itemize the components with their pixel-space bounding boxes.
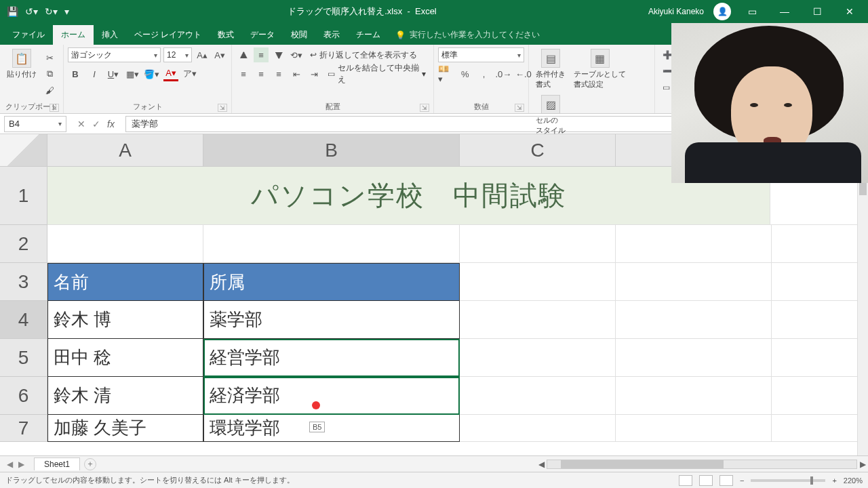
dialog-launcher-icon[interactable]: ⇲ bbox=[50, 104, 59, 112]
scroll-left-icon[interactable]: ◀ bbox=[536, 460, 547, 469]
minimize-icon[interactable]: — bbox=[773, 6, 796, 17]
tab-formulas[interactable]: 数式 bbox=[210, 25, 242, 45]
cell-styles-button[interactable]: ▨セルの スタイル bbox=[533, 94, 568, 137]
select-all-corner[interactable] bbox=[0, 134, 47, 167]
cell[interactable] bbox=[616, 263, 772, 301]
cut-icon[interactable]: ✂ bbox=[42, 50, 57, 65]
redo-icon[interactable]: ↻▾ bbox=[45, 6, 58, 17]
zoom-slider[interactable] bbox=[751, 479, 825, 482]
sheet-nav-next-icon[interactable]: ▶ bbox=[18, 460, 24, 469]
decrease-font-icon[interactable]: A▾ bbox=[212, 47, 227, 62]
row-header-4[interactable]: 4 bbox=[0, 301, 47, 339]
align-bottom-icon[interactable]: ⯆ bbox=[271, 47, 286, 62]
cell[interactable] bbox=[772, 225, 868, 263]
tab-review[interactable]: 校閲 bbox=[283, 25, 315, 45]
qat-customize-icon[interactable]: ▾ bbox=[64, 6, 69, 17]
phonetic-button[interactable]: ア▾ bbox=[182, 66, 197, 81]
conditional-format-button[interactable]: ▤条件付き 書式 bbox=[533, 47, 568, 91]
scroll-right-icon[interactable]: ▶ bbox=[857, 460, 868, 469]
tab-page-layout[interactable]: ページ レイアウト bbox=[126, 25, 210, 45]
cell-a5[interactable]: 田中 稔 bbox=[47, 339, 203, 377]
cancel-formula-icon[interactable]: ✕ bbox=[77, 119, 85, 129]
cell-a6[interactable]: 鈴木 清 bbox=[47, 377, 203, 415]
copy-icon[interactable]: ⧉ bbox=[42, 66, 57, 81]
cell[interactable] bbox=[772, 339, 868, 377]
cell[interactable] bbox=[203, 225, 460, 263]
fill-color-button[interactable]: 🪣▾ bbox=[144, 66, 159, 81]
name-box[interactable]: B4▾ bbox=[4, 116, 66, 132]
col-header-a[interactable]: A bbox=[47, 134, 203, 167]
cell[interactable] bbox=[616, 225, 772, 263]
scroll-thumb[interactable] bbox=[561, 460, 724, 468]
font-size-combo[interactable]: 12▾ bbox=[163, 47, 192, 62]
fx-icon[interactable]: fx bbox=[107, 119, 115, 129]
cell[interactable] bbox=[772, 377, 868, 415]
orientation-icon[interactable]: ⟲▾ bbox=[289, 47, 304, 62]
format-painter-icon[interactable]: 🖌 bbox=[42, 83, 57, 98]
italic-button[interactable]: I bbox=[87, 66, 102, 81]
wrap-text-button[interactable]: ↩折り返して全体を表示する bbox=[307, 47, 420, 62]
cell[interactable] bbox=[616, 415, 772, 442]
increase-indent-icon[interactable]: ⇥ bbox=[307, 66, 321, 81]
row-header-2[interactable]: 2 bbox=[0, 225, 47, 263]
cell-title[interactable]: パソコン学校 中間試験 bbox=[47, 167, 770, 225]
align-top-icon[interactable]: ⯅ bbox=[236, 47, 251, 62]
format-as-table-button[interactable]: ▦テーブルとして 書式設定 bbox=[571, 47, 629, 91]
tab-file[interactable]: ファイル bbox=[4, 25, 53, 45]
add-sheet-icon[interactable]: ＋ bbox=[84, 458, 96, 470]
tab-team[interactable]: チーム bbox=[348, 25, 389, 45]
enter-formula-icon[interactable]: ✓ bbox=[92, 119, 100, 129]
bold-button[interactable]: B bbox=[68, 66, 83, 81]
underline-button[interactable]: U▾ bbox=[106, 66, 121, 81]
table-header-name[interactable]: 名前 bbox=[47, 263, 203, 301]
font-color-button[interactable]: A▾ bbox=[163, 66, 178, 81]
comma-format-icon[interactable]: , bbox=[477, 66, 492, 81]
save-icon[interactable]: 💾 bbox=[7, 6, 18, 17]
page-layout-view-icon[interactable] bbox=[699, 475, 713, 486]
cell-b5[interactable]: 経営学部 bbox=[203, 339, 460, 377]
row-header-3[interactable]: 3 bbox=[0, 263, 47, 301]
table-header-dept[interactable]: 所属 bbox=[203, 263, 460, 301]
row-header-5[interactable]: 5 bbox=[0, 339, 47, 377]
cell-a7[interactable]: 加藤 久美子 bbox=[47, 415, 203, 442]
paste-button[interactable]: 📋 貼り付け bbox=[4, 47, 39, 81]
decrease-indent-icon[interactable]: ⇤ bbox=[289, 66, 304, 81]
sheet-nav-prev-icon[interactable]: ◀ bbox=[7, 460, 13, 469]
maximize-icon[interactable]: ☐ bbox=[806, 6, 829, 17]
cell[interactable] bbox=[460, 377, 616, 415]
row-header-1[interactable]: 1 bbox=[0, 167, 47, 225]
font-name-combo[interactable]: 游ゴシック▾ bbox=[68, 47, 161, 62]
tab-insert[interactable]: 挿入 bbox=[94, 25, 126, 45]
cell-b7[interactable]: 環境学部 bbox=[203, 415, 460, 442]
cell[interactable] bbox=[460, 225, 616, 263]
sheet-tab-sheet1[interactable]: Sheet1 bbox=[34, 458, 80, 470]
row-header-7[interactable]: 7 bbox=[0, 415, 47, 442]
row-header-6[interactable]: 6 bbox=[0, 377, 47, 415]
align-middle-icon[interactable]: ≡ bbox=[254, 47, 269, 62]
tab-data[interactable]: データ bbox=[242, 25, 283, 45]
increase-decimal-icon[interactable]: .0→ bbox=[496, 66, 512, 81]
cell[interactable] bbox=[616, 301, 772, 339]
col-header-c[interactable]: C bbox=[460, 134, 616, 167]
align-right-icon[interactable]: ≡ bbox=[271, 66, 286, 81]
border-button[interactable]: ▦▾ bbox=[125, 66, 140, 81]
merge-center-button[interactable]: ▭セルを結合して中央揃え ▾ bbox=[324, 66, 429, 81]
undo-icon[interactable]: ↺▾ bbox=[25, 6, 38, 17]
cell-a4[interactable]: 鈴木 博 bbox=[47, 301, 203, 339]
tell-me-box[interactable]: 💡 実行したい作業を入力してください bbox=[389, 25, 547, 45]
cell-b4[interactable]: 薬学部 bbox=[203, 301, 460, 339]
cell[interactable] bbox=[616, 339, 772, 377]
cell[interactable] bbox=[460, 301, 616, 339]
zoom-in-icon[interactable]: + bbox=[832, 476, 836, 485]
cell[interactable] bbox=[772, 263, 868, 301]
cell[interactable] bbox=[772, 415, 868, 442]
number-format-combo[interactable]: 標準▾ bbox=[438, 47, 524, 62]
align-left-icon[interactable]: ≡ bbox=[236, 66, 251, 81]
zoom-out-icon[interactable]: − bbox=[740, 476, 744, 485]
tab-view[interactable]: 表示 bbox=[315, 25, 348, 45]
percent-format-icon[interactable]: % bbox=[458, 66, 473, 81]
tab-home[interactable]: ホーム bbox=[53, 25, 94, 45]
accounting-format-icon[interactable]: 💴▾ bbox=[438, 66, 454, 81]
cell[interactable] bbox=[460, 263, 616, 301]
dialog-launcher-icon[interactable]: ⇲ bbox=[420, 104, 429, 112]
